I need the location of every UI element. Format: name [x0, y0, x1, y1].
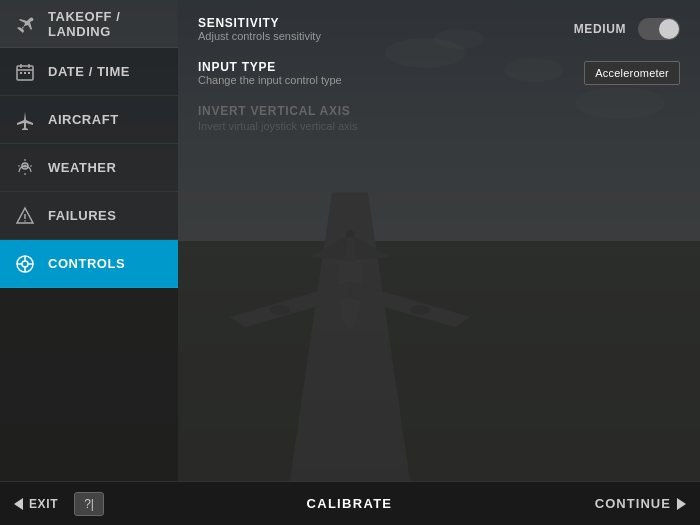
svg-point-29: [22, 261, 28, 267]
toggle-knob: [659, 19, 679, 39]
help-icon: ?|: [84, 497, 94, 511]
weather-icon: [14, 157, 36, 179]
input-type-title: INPUT TYPE: [198, 60, 584, 74]
help-button[interactable]: ?|: [74, 492, 104, 516]
accelerometer-button[interactable]: Accelerometer: [584, 61, 680, 85]
input-type-setting: INPUT TYPE Change the input control type…: [198, 60, 680, 86]
sensitivity-title: SENSITIVITY: [198, 16, 574, 30]
sidebar-item-weather[interactable]: WEATHER: [0, 144, 178, 192]
sensitivity-setting: SENSITIVITY Adjust controls sensitivity …: [198, 16, 680, 42]
sidebar-item-takeoff-landing[interactable]: TAKEOFF / LANDING: [0, 0, 178, 48]
chevron-right-icon: [677, 498, 686, 510]
sensitivity-value: MEDIUM: [574, 22, 626, 36]
invert-axis-setting: INVERT VERTICAL AXIS Invert virtual joys…: [198, 104, 680, 132]
settings-panel: SENSITIVITY Adjust controls sensitivity …: [178, 0, 700, 481]
exit-button[interactable]: EXIT: [14, 497, 58, 511]
sidebar-item-controls[interactable]: CONTROLS: [0, 240, 178, 288]
continue-label: CONTINUE: [595, 496, 671, 511]
sidebar-item-takeoff-landing-label: TAKEOFF / LANDING: [48, 9, 164, 39]
plane-icon: [14, 13, 36, 35]
bottom-bar: EXIT ?| CALIBRATE CONTINUE: [0, 481, 700, 525]
sidebar-item-aircraft-label: AIRCRAFT: [48, 112, 119, 127]
sidebar: TAKEOFF / LANDING DATE / TIME: [0, 0, 178, 481]
invert-axis-title: INVERT VERTICAL AXIS: [198, 104, 680, 118]
aircraft-icon: [14, 109, 36, 131]
calendar-icon: [14, 61, 36, 83]
sidebar-item-aircraft[interactable]: AIRCRAFT: [0, 96, 178, 144]
svg-point-27: [24, 220, 26, 222]
sidebar-item-controls-label: CONTROLS: [48, 256, 125, 271]
continue-button[interactable]: CONTINUE: [595, 496, 686, 511]
sensitivity-toggle[interactable]: [638, 18, 680, 40]
sidebar-item-failures[interactable]: FAILURES: [0, 192, 178, 240]
chevron-left-icon: [14, 498, 23, 510]
failures-icon: [14, 205, 36, 227]
invert-axis-desc: Invert virtual joystick vertical axis: [198, 120, 680, 132]
sidebar-item-weather-label: WEATHER: [48, 160, 116, 175]
sidebar-item-date-time[interactable]: DATE / TIME: [0, 48, 178, 96]
input-type-desc: Change the input control type: [198, 74, 584, 86]
svg-rect-18: [24, 72, 26, 74]
sidebar-item-failures-label: FAILURES: [48, 208, 116, 223]
sidebar-item-date-time-label: DATE / TIME: [48, 64, 130, 79]
svg-rect-17: [20, 72, 22, 74]
controls-icon: [14, 253, 36, 275]
sensitivity-desc: Adjust controls sensitivity: [198, 30, 574, 42]
svg-point-21: [24, 164, 27, 167]
exit-label: EXIT: [29, 497, 58, 511]
calibrate-button[interactable]: CALIBRATE: [287, 496, 413, 511]
svg-rect-19: [28, 72, 30, 74]
